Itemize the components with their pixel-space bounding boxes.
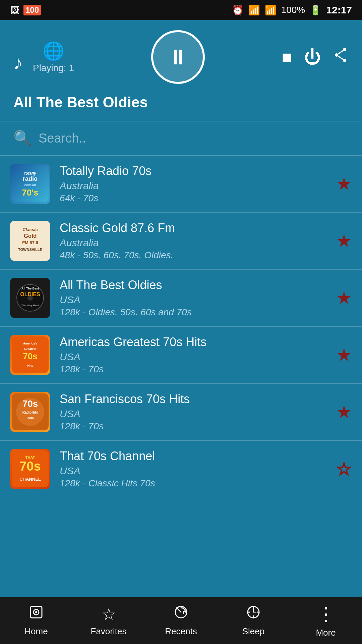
share-button[interactable] [333, 47, 349, 67]
globe-icon[interactable]: 🌐 [43, 41, 64, 61]
svg-text:All The Best: All The Best [21, 287, 39, 290]
wifi-icon: 📶 [248, 5, 260, 16]
photo-icon: 🖼 [10, 5, 19, 16]
station-name: All The Best Oldies [60, 278, 327, 292]
stop-button[interactable]: ■ [282, 47, 292, 67]
status-right: ⏰ 📶 📶 100% 🔋 12:17 [232, 4, 352, 16]
station-info: All The Best Oldies USA 128k - Oldies. 5… [60, 278, 327, 318]
svg-text:TOWNSVILLE: TOWNSVILLE [18, 248, 42, 252]
station-meta: 128k - Oldies. 50s. 60s and 70s [60, 307, 327, 318]
station-name: Americas Greatest 70s Hits [60, 335, 327, 349]
svg-text:70s: 70s [19, 459, 41, 473]
station-country: USA [60, 408, 327, 420]
station-country: USA [60, 294, 327, 306]
svg-text:com.au: com.au [24, 183, 36, 187]
search-bar: 🔍 [0, 121, 362, 156]
station-name: Classic Gold 87.6 Fm [60, 221, 327, 235]
now-playing-title: All The Best Oldies [0, 91, 362, 121]
search-input[interactable] [39, 131, 349, 146]
list-item[interactable]: totally radio com.au 70's Totally Radio … [0, 156, 362, 213]
station-name: That 70s Channel [60, 449, 327, 463]
station-country: Australia [60, 180, 327, 192]
header-right-controls: ■ ⏻ [282, 47, 349, 67]
favorite-star[interactable]: ★ [336, 174, 352, 194]
sleep-icon [246, 604, 261, 624]
list-item[interactable]: America's Greatest 70s Hits Americas Gre… [0, 327, 362, 384]
svg-point-38 [35, 611, 37, 613]
station-country: Australia [60, 237, 327, 249]
power-button[interactable]: ⏻ [304, 47, 321, 67]
pause-icon: ⏸ [167, 45, 189, 69]
svg-text:America's: America's [23, 342, 38, 345]
favorite-star[interactable]: ★ [336, 402, 352, 422]
favorite-star[interactable]: ★ [336, 288, 352, 308]
status-left: 🖼 100 [10, 5, 41, 16]
favorite-star[interactable]: ★ [336, 231, 352, 251]
playing-label: Playing: 1 [33, 63, 74, 73]
station-logo: totally radio com.au 70's [10, 164, 50, 204]
svg-text:70s: 70s [22, 398, 38, 409]
pause-button[interactable]: ⏸ [151, 30, 205, 84]
station-info: That 70s Channel USA 128k - Classic Hits… [60, 449, 327, 489]
svg-text:RadioHits: RadioHits [22, 411, 38, 414]
favorites-label: Favorites [91, 626, 127, 637]
nav-home[interactable]: Home [0, 604, 72, 637]
svg-text:Gold: Gold [24, 233, 37, 239]
favorites-icon: ☆ [102, 605, 116, 624]
search-icon: 🔍 [13, 129, 32, 147]
svg-text:FM 87.6: FM 87.6 [22, 240, 38, 245]
station-meta: 128k - Classic Hits 70s [60, 478, 327, 489]
station-logo: Classic Gold FM 87.6 TOWNSVILLE [10, 221, 50, 261]
station-info: Classic Gold 87.6 Fm Australia 48k - 50s… [60, 221, 327, 261]
svg-text:70's: 70's [22, 187, 39, 198]
music-icon[interactable]: ♪ [13, 52, 23, 73]
nav-sleep[interactable]: Sleep [217, 604, 290, 637]
station-logo: America's Greatest 70s Hits [10, 335, 50, 375]
svg-text:Classic: Classic [22, 227, 38, 232]
signal-icon: 📶 [265, 5, 277, 16]
station-logo: 70s RadioHits .com [10, 392, 50, 432]
radio-icon: 100 [23, 5, 41, 15]
svg-text:The Very Best: The Very Best [21, 304, 39, 307]
station-meta: 64k - 70s [60, 193, 327, 204]
station-meta: 128k - 70s [60, 421, 327, 432]
status-bar: 🖼 100 ⏰ 📶 📶 100% 🔋 12:17 [0, 0, 362, 20]
station-list: totally radio com.au 70's Totally Radio … [0, 156, 362, 639]
list-item[interactable]: 70s RadioHits .com San Franciscos 70s Hi… [0, 384, 362, 441]
station-logo: THAT 70s CHANNEL [10, 449, 50, 489]
station-info: Totally Radio 70s Australia 64k - 70s [60, 164, 327, 204]
station-name: San Franciscos 70s Hits [60, 392, 327, 406]
left-icons: ♪ 🌐 Playing: 1 [13, 41, 74, 73]
list-item[interactable]: Classic Gold FM 87.6 TOWNSVILLE Classic … [0, 213, 362, 270]
status-time: 12:17 [326, 4, 352, 16]
station-logo: All The Best OLDIES The Very Best [10, 278, 50, 318]
battery-icon: 🔋 [310, 5, 321, 16]
list-item[interactable]: All The Best OLDIES The Very Best All Th… [0, 270, 362, 327]
recents-icon [173, 604, 189, 624]
home-icon [28, 604, 44, 624]
more-label: More [316, 628, 336, 638]
station-meta: 128k - 70s [60, 364, 327, 375]
station-info: Americas Greatest 70s Hits USA 128k - 70… [60, 335, 327, 375]
recents-label: Recents [165, 626, 197, 637]
svg-text:Greatest: Greatest [24, 347, 37, 351]
player-header: ♪ 🌐 Playing: 1 ⏸ ■ ⏻ [0, 20, 362, 91]
more-icon: ⋮ [317, 603, 335, 625]
favorite-star[interactable]: ★ [336, 345, 352, 365]
station-country: USA [60, 351, 327, 363]
favorite-star[interactable]: ☆ [336, 459, 352, 479]
sleep-label: Sleep [242, 626, 265, 637]
station-name: Totally Radio 70s [60, 164, 327, 178]
nav-more[interactable]: ⋮ More [290, 603, 362, 638]
list-item[interactable]: THAT 70s CHANNEL That 70s Channel USA 12… [0, 441, 362, 497]
svg-line-3 [337, 50, 345, 55]
svg-text:Hits: Hits [27, 364, 33, 367]
bottom-nav: Home ☆ Favorites Recents [0, 597, 362, 644]
svg-text:OLDIES: OLDIES [20, 291, 40, 297]
home-label: Home [24, 626, 48, 637]
svg-text:totally: totally [24, 171, 37, 176]
nav-recents[interactable]: Recents [145, 604, 217, 637]
nav-favorites[interactable]: ☆ Favorites [72, 605, 145, 637]
battery-percent: 100% [281, 5, 305, 15]
svg-line-4 [337, 55, 345, 60]
